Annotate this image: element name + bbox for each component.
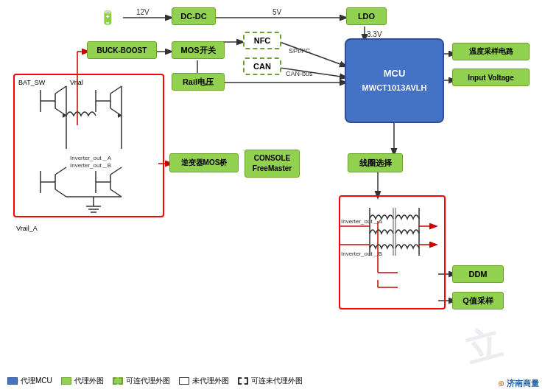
battery-symbol: 🔋	[94, 9, 120, 27]
mcu-label-top: MCU	[362, 66, 427, 82]
legend-label-nonproxy: 未代理外图	[192, 376, 229, 386]
right-circuit-svg: Inverter_out＿A Inverter_out＿B	[340, 197, 447, 311]
logo-text: 济南商量	[507, 379, 539, 388]
block-rail: Rail电压	[172, 73, 225, 91]
block-q-sample: Q值采样	[452, 292, 504, 309]
block-coil-sel: 线圈选择	[348, 153, 403, 172]
region-left-circuit: BAT_SW Vrial	[13, 74, 164, 217]
svg-line-40	[55, 167, 66, 175]
logo-icon: ⊙	[498, 379, 504, 388]
svg-line-7	[280, 42, 346, 66]
mcu-label-bottom: MWCT1013AVLH	[362, 82, 427, 95]
svg-text:Inverter_out＿A: Inverter_out＿A	[341, 218, 383, 225]
svg-text:Inverter_out＿B: Inverter_out＿B	[70, 162, 111, 169]
legend-item-proxy: 代理外图	[61, 376, 104, 386]
block-inputv: Input Voltage	[452, 69, 530, 86]
legend-color-mcu	[7, 377, 18, 385]
svg-line-26	[55, 86, 66, 94]
block-console: CONSOLE FreeMaster	[245, 150, 300, 178]
svg-line-33	[110, 108, 122, 116]
legend-item-conn-proxy: 可连代理外图	[113, 376, 170, 386]
diagram-container: 12V 5V 3.3V SPI/I²C CAN-bus	[0, 0, 545, 392]
watermark: 立	[460, 319, 507, 374]
svg-line-45	[110, 167, 122, 175]
label-5v: 5V	[272, 8, 282, 16]
block-temp: 温度采样电路	[452, 43, 530, 60]
block-nfc: NFC	[243, 32, 281, 49]
label-spi: SPI/I²C	[289, 47, 311, 55]
legend-color-conn-proxy	[113, 377, 123, 385]
svg-line-32	[110, 86, 122, 94]
block-buckboost: BUCK-BOOST	[87, 41, 157, 59]
block-ddm: DDM	[452, 265, 504, 283]
block-mos: MOS开关	[172, 41, 225, 59]
block-dcdc: DC-DC	[172, 7, 216, 25]
label-33v: 3.3V	[367, 30, 382, 38]
legend-item-nonproxy: 未代理外图	[179, 376, 229, 386]
label-canbus: CAN-bus	[286, 70, 313, 77]
legend-item-mcu: 代理MCU	[7, 376, 52, 386]
label-vrail-a: Vrail_A	[16, 225, 38, 232]
legend-label-conn-proxy: 可连代理外图	[126, 376, 170, 386]
region-right-circuit: Inverter_out＿A Inverter_out＿B	[339, 195, 446, 309]
left-circuit-svg: Inverter_out＿A Inverter_out＿B	[15, 75, 166, 219]
svg-line-27	[55, 108, 66, 116]
label-12v: 12V	[136, 8, 150, 16]
svg-text:Inverter_out＿A: Inverter_out＿A	[70, 155, 112, 161]
svg-line-41	[55, 189, 66, 197]
console-label2: FreeMaster	[253, 164, 292, 174]
svg-line-8	[280, 68, 346, 77]
console-label1: CONSOLE	[253, 153, 292, 164]
legend-label-mcu: 代理MCU	[21, 376, 52, 386]
svg-text:Inverter_out＿B: Inverter_out＿B	[341, 251, 382, 257]
legend-label-conn-nonproxy: 可连未代理外图	[251, 376, 303, 386]
legend-label-proxy: 代理外图	[74, 376, 104, 386]
legend-color-proxy	[61, 377, 71, 385]
block-inverter-mos: 逆变器MOS桥	[169, 153, 239, 172]
company-logo: ⊙ 济南商量	[498, 378, 539, 389]
legend-item-conn-nonproxy: 可连未代理外图	[238, 376, 303, 386]
block-can: CAN	[243, 57, 281, 75]
legend-color-nonproxy	[179, 377, 189, 385]
block-mcu: MCU MWCT1013AVLH	[345, 38, 444, 123]
legend: 代理MCU 代理外图 可连代理外图 未代理外图 可连未代理外图	[7, 376, 303, 386]
legend-color-conn-nonproxy	[238, 377, 248, 385]
svg-line-46	[110, 189, 122, 197]
block-ldo: LDO	[346, 7, 387, 25]
